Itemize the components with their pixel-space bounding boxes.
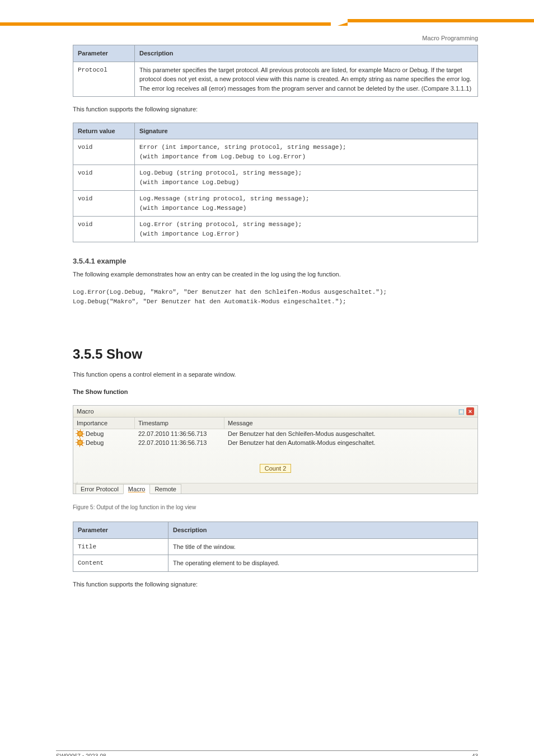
table-header: Parameter bbox=[73, 522, 168, 539]
log-timestamp: 22.07.2010 11:36:56.713 bbox=[135, 439, 224, 447]
table-header: Return value bbox=[73, 123, 135, 139]
column-header[interactable]: Message bbox=[224, 417, 477, 429]
page: Macro Programming Parameter Description … bbox=[0, 22, 534, 756]
log-message: Der Benutzer hat den Automatik-Modus ein… bbox=[224, 439, 477, 447]
tab-macro[interactable]: Macro bbox=[123, 484, 151, 494]
section-heading-major: 3.5.5 Show bbox=[73, 346, 478, 362]
macro-tabs: Error ProtocolMacroRemote bbox=[73, 483, 477, 494]
params-table-2: Parameter Description TitleThe title of … bbox=[73, 522, 478, 572]
log-row[interactable]: Debug22.07.2010 11:36:56.713Der Benutzer… bbox=[73, 429, 477, 438]
section-heading: 3.5.4.1 example bbox=[73, 257, 478, 265]
table-header: Description bbox=[168, 522, 478, 539]
signatures-table: Return value Signature voidError (int im… bbox=[73, 123, 478, 243]
paragraph: The following example demonstrates how a… bbox=[73, 270, 478, 280]
gear-icon bbox=[77, 430, 83, 437]
column-header[interactable]: Timestamp bbox=[135, 417, 224, 429]
params-table-1: Parameter Description Protocol This para… bbox=[73, 45, 478, 97]
tab-remote[interactable]: Remote bbox=[149, 484, 181, 494]
table-row: voidLog.Message (string protocol, string… bbox=[73, 191, 478, 217]
code-sample: Log.Error(Log.Debug, "Makro", "Der Benut… bbox=[73, 288, 478, 307]
header-divider bbox=[0, 22, 534, 34]
log-timestamp: 22.07.2010 11:36:56.713 bbox=[135, 430, 224, 438]
paragraph: This function opens a control element in… bbox=[73, 370, 478, 380]
log-importance: Debug bbox=[86, 430, 104, 437]
header-title: Macro Programming bbox=[422, 35, 478, 41]
page-footer: SW90067 • 2023-08 43 bbox=[56, 750, 478, 756]
pin-icon[interactable]: ⬚ bbox=[457, 407, 465, 415]
table-row: voidLog.Debug (string protocol, string m… bbox=[73, 165, 478, 191]
count-badge: Count 2 bbox=[260, 464, 291, 473]
close-icon[interactable]: × bbox=[466, 407, 474, 415]
footer-page-number: 43 bbox=[472, 753, 478, 756]
footer-left: SW90067 • 2023-08 bbox=[56, 753, 106, 756]
table-header: Signature bbox=[135, 123, 478, 139]
table-row: TitleThe title of the window. bbox=[73, 538, 478, 555]
subheading: The Show function bbox=[73, 387, 478, 397]
column-header[interactable]: Importance bbox=[73, 417, 135, 429]
paragraph: This function supports the following sig… bbox=[73, 105, 478, 115]
table-row: ContentThe operating element to be displ… bbox=[73, 555, 478, 572]
table-header: Description bbox=[135, 45, 478, 62]
table-row: voidLog.Error (string protocol, string m… bbox=[73, 217, 478, 242]
gear-icon bbox=[77, 439, 83, 446]
log-row[interactable]: Debug22.07.2010 11:36:56.713Der Benutzer… bbox=[73, 438, 477, 447]
macro-rows: Debug22.07.2010 11:36:56.713Der Benutzer… bbox=[73, 429, 477, 447]
tab-error-protocol[interactable]: Error Protocol bbox=[76, 484, 124, 494]
table-row: voidError (int importance, string protoc… bbox=[73, 139, 478, 165]
figure-caption: Figure 5: Output of the log function in … bbox=[73, 504, 478, 510]
log-importance: Debug bbox=[86, 439, 104, 446]
macro-title-text: Macro bbox=[77, 408, 94, 415]
macro-panel: Macro ⬚ × Importance Timestamp Message D… bbox=[73, 405, 478, 494]
paragraph: This function supports the following sig… bbox=[73, 580, 478, 590]
macro-column-headers: Importance Timestamp Message bbox=[73, 417, 477, 429]
macro-titlebar: Macro ⬚ × bbox=[73, 406, 477, 417]
log-message: Der Benutzer hat den Schleifen-Modus aus… bbox=[224, 430, 477, 438]
table-header: Parameter bbox=[73, 45, 135, 62]
table-row: Protocol This parameter specifies the ta… bbox=[73, 62, 478, 97]
